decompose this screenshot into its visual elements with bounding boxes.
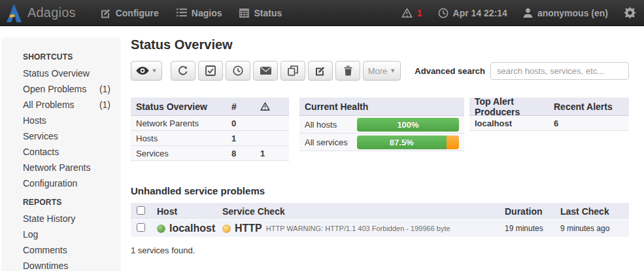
sidebar-item-services[interactable]: Services	[23, 128, 110, 144]
main-content: Status Overview ▼	[131, 37, 629, 255]
nav-item-status[interactable]: Status	[239, 8, 282, 18]
nav-label-configure: Configure	[116, 8, 159, 18]
select-all-checkbox[interactable]	[137, 206, 145, 215]
service-link[interactable]: HTTP	[235, 223, 262, 234]
sidebar-item-contacts[interactable]: Contacts	[23, 144, 110, 160]
table-icon	[239, 9, 249, 18]
edit-icon	[315, 65, 326, 76]
sidebar-section-shortcuts: SHORTCUTS Status Overview Open Problems …	[23, 52, 121, 191]
row-checkbox[interactable]	[137, 223, 145, 232]
adagios-logo	[7, 4, 22, 22]
sidebar-item-network-parents[interactable]: Network Parents	[23, 160, 110, 175]
view-dropdown-button[interactable]: ▼	[131, 61, 162, 81]
sidebar-item-comments[interactable]: Comments	[23, 242, 110, 258]
panel-title: Status Overview	[136, 101, 231, 112]
summary-panels: Status Overview # Network Parents 0 Host…	[131, 98, 629, 161]
sidebar-item-log[interactable]: Log	[23, 226, 110, 242]
top-navbar: Adagios Configure Nagios Status	[0, 0, 644, 26]
acknowledge-button[interactable]	[198, 61, 223, 81]
check-square-icon	[205, 65, 216, 76]
username: anonymous (en)	[537, 8, 608, 18]
trash-icon	[344, 65, 352, 76]
delete-button[interactable]	[335, 61, 360, 81]
host-link[interactable]: localhost	[169, 223, 215, 234]
advanced-search-label: Advanced search	[415, 66, 485, 76]
services-link[interactable]: Services	[136, 149, 231, 158]
ok-status-dot	[157, 225, 165, 233]
panel-title: Current Health	[305, 101, 459, 112]
sidebar-item-downtimes[interactable]: Downtimes	[23, 258, 110, 271]
pencil-square-icon	[101, 8, 111, 18]
alert-producer-count: 6	[554, 118, 624, 128]
envelope-icon	[260, 67, 271, 75]
sidebar-item-hosts[interactable]: Hosts	[23, 113, 110, 128]
schedule-downtime-button[interactable]	[226, 61, 250, 81]
search-input[interactable]	[490, 62, 629, 80]
results-count: 1 services found.	[131, 245, 629, 255]
duration-column-header[interactable]: Duration	[505, 206, 560, 217]
network-parents-link[interactable]: Network Parents	[136, 118, 231, 128]
sidebar-section-title: SHORTCUTS	[23, 52, 121, 62]
problems-table-header: Host Service Check Duration Last Check	[131, 203, 629, 219]
producers-column-header: Top Alert Producers	[475, 96, 554, 117]
hosts-link[interactable]: Hosts	[136, 134, 231, 143]
clock-icon	[233, 65, 243, 76]
problem-count-badge: 1	[417, 8, 422, 18]
nav-item-configure[interactable]: Configure	[101, 8, 159, 18]
last-check-column-header[interactable]: Last Check	[560, 206, 629, 217]
all-problems-count: (1)	[99, 97, 110, 113]
top-alert-producers-panel: Top Alert Producers Recent Alerts localh…	[469, 98, 629, 161]
warning-triangle-icon	[401, 8, 413, 18]
hosts-health-bar: 100%	[357, 118, 459, 132]
clock-display[interactable]: Apr 14 22:14	[438, 8, 507, 18]
eye-icon	[136, 67, 149, 75]
list-icon	[177, 9, 187, 17]
nav-item-nagios[interactable]: Nagios	[177, 8, 222, 18]
status-row-hosts: Hosts 1	[131, 131, 289, 146]
current-health-panel: Current Health All hosts 100% All servic…	[299, 98, 464, 161]
warning-column-header	[260, 102, 284, 111]
status-row-services: Services 8 1	[131, 146, 289, 161]
sidebar-item-open-problems[interactable]: Open Problems (1)	[23, 81, 110, 97]
problems-table: Host Service Check Duration Last Check l…	[131, 203, 629, 237]
problem-duration: 19 minutes	[505, 224, 560, 233]
page-title: Status Overview	[131, 37, 629, 52]
user-icon	[523, 8, 533, 18]
more-dropdown-button[interactable]: More ▼	[363, 61, 401, 81]
brand-home-link[interactable]: Adagios	[7, 4, 76, 22]
alert-producer-host-link[interactable]: localhost	[475, 118, 554, 128]
open-problems-count: (1)	[99, 81, 110, 97]
service-column-header[interactable]: Service Check	[222, 206, 505, 217]
sidebar-item-configuration[interactable]: Configuration	[23, 175, 110, 191]
refresh-button[interactable]	[171, 61, 195, 81]
sidebar: SHORTCUTS Status Overview Open Problems …	[1, 37, 121, 271]
caret-down-icon: ▼	[152, 68, 158, 74]
clock-icon	[438, 8, 449, 18]
advanced-search: Advanced search	[415, 62, 629, 80]
alert-producer-row: localhost 6	[469, 116, 629, 131]
user-menu[interactable]: anonymous (en)	[523, 8, 608, 18]
sidebar-section-reports: REPORTS State History Log Comments Downt…	[23, 198, 121, 271]
settings-button[interactable]	[624, 7, 636, 19]
count-column-header: #	[231, 101, 260, 112]
services-health-percent: 87.5%	[390, 137, 414, 147]
sidebar-item-state-history[interactable]: State History	[23, 211, 110, 226]
hosts-health-percent: 100%	[397, 120, 418, 130]
copy-icon	[288, 65, 298, 76]
caret-down-icon: ▼	[390, 68, 396, 74]
refresh-icon	[178, 65, 188, 76]
status-row-network-parents: Network Parents 0	[131, 116, 289, 131]
sidebar-item-status-overview[interactable]: Status Overview	[23, 65, 110, 81]
sidebar-item-all-problems[interactable]: All Problems (1)	[23, 97, 110, 113]
edit-button[interactable]	[308, 61, 333, 81]
notification-button[interactable]	[253, 61, 278, 81]
services-health-bar: 87.5%	[357, 136, 459, 149]
health-row-hosts: All hosts 100%	[299, 116, 464, 134]
current-datetime: Apr 14 22:14	[453, 8, 507, 18]
nav-label-nagios: Nagios	[192, 8, 222, 18]
status-overview-panel: Status Overview # Network Parents 0 Host…	[131, 98, 289, 161]
brand-name: Adagios	[27, 5, 76, 20]
problems-indicator[interactable]: 1	[401, 8, 422, 18]
host-column-header[interactable]: Host	[157, 206, 222, 217]
copy-button[interactable]	[280, 61, 305, 81]
